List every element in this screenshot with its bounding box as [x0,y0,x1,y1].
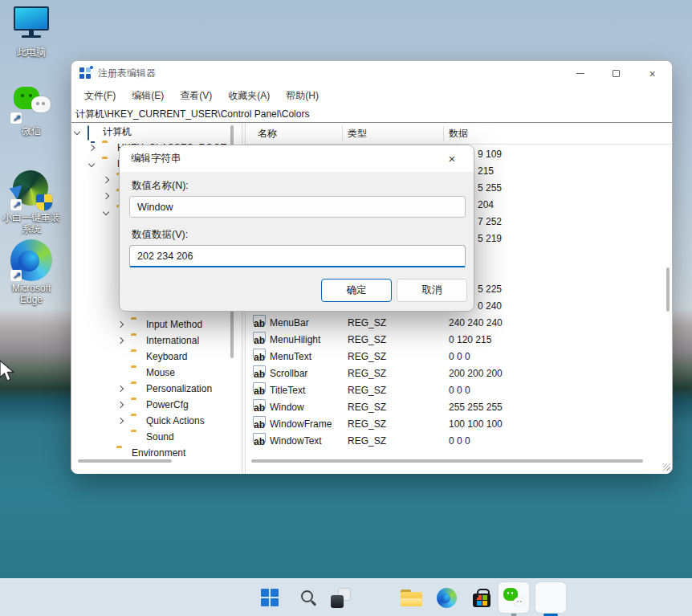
taskbar-regedit-button[interactable] [535,582,566,613]
desktop-icon-edge[interactable]: ↗Microsoft Edge [0,241,63,305]
chevron-right-icon[interactable] [117,337,124,344]
minimize-button[interactable] [562,61,598,86]
column-separator[interactable] [443,126,444,141]
regedit-app-icon [79,67,92,80]
dialog-close-icon[interactable]: × [442,152,462,165]
value-name-label: 数值名称(N): [132,179,189,193]
tree-item-personalization[interactable]: Personalization [71,381,242,397]
tree-item-international[interactable]: International [71,332,242,349]
resize-grip[interactable] [663,463,670,471]
title-bar[interactable]: 注册表编辑器 × [71,61,672,86]
menu-item-item[interactable]: 收藏夹(A) [220,89,278,103]
menu-item-item[interactable]: 文件(F) [76,89,124,103]
taskbar-widgets-button[interactable] [360,582,391,613]
chevron-right-icon[interactable] [103,177,109,183]
value-name: MenuText [270,349,311,365]
dialog-title: 编辑字符串 [131,152,442,165]
value-name: Window [270,399,304,416]
search-icon [301,590,313,602]
value-row-menuhilight[interactable]: abMenuHilightREG_SZ0 120 215 [246,332,672,349]
taskbar-store-button[interactable] [466,582,497,613]
tree-item-label: Mouse [146,365,175,381]
value-row-window[interactable]: abWindowREG_SZ255 255 255 [246,399,672,416]
taskbar-search-button[interactable] [290,582,320,613]
maximize-button[interactable] [598,61,634,86]
value-data-partial: 7 252 [478,214,502,230]
chevron-down-icon[interactable] [88,161,95,167]
menu-item-item[interactable]: 查看(V) [172,89,220,103]
desktop-icon-wechat[interactable]: ↗微信 [0,84,63,137]
edge-icon: ↗ [10,241,52,279]
taskbar-wechat-button[interactable] [499,582,529,613]
window-controls: × [562,61,670,86]
value-row-menubar[interactable]: abMenuBarREG_SZ240 240 240 [246,315,672,332]
value-row-windowtext[interactable]: abWindowTextREG_SZ0 0 0 [246,433,672,450]
tree-item-environment[interactable]: Environment [71,445,242,461]
tree-item-quick-actions[interactable]: Quick Actions [71,413,242,429]
chevron-right-icon[interactable] [117,402,124,408]
taskbar-start-button[interactable] [254,582,285,613]
value-name: Scrollbar [270,365,307,382]
tree-horizontal-scrollbar[interactable] [78,459,172,463]
chevron-right-icon[interactable] [117,418,124,424]
value-type: REG_SZ [348,382,386,399]
value-data-partial: 0 240 [478,298,502,315]
chevron-right-icon[interactable] [117,321,124,328]
tree-item-label: Quick Actions [146,413,205,429]
start-icon [261,589,279,606]
list-horizontal-scrollbar[interactable] [251,459,643,463]
task-view-icon [331,588,351,608]
value-type: REG_SZ [348,399,386,416]
taskbar-edge-button[interactable] [431,582,462,613]
close-button[interactable]: × [634,61,670,86]
value-row-windowframe[interactable]: abWindowFrameREG_SZ100 100 100 [246,416,672,433]
tree-item-input-method[interactable]: Input Method [71,316,242,332]
dialog-title-bar[interactable]: 编辑字符串 × [120,145,474,172]
tree-item-powercfg[interactable]: PowerCfg [71,397,242,413]
list-vertical-scrollbar[interactable] [666,267,670,312]
string-value-icon: ab [253,349,266,358]
taskbar-task-view-button[interactable] [325,582,356,613]
value-type: REG_SZ [348,315,386,332]
value-row-titletext[interactable]: abTitleTextREG_SZ0 0 0 [246,382,672,399]
chevron-right-icon[interactable] [103,193,109,199]
tree-item-sound[interactable]: Sound [71,429,242,445]
menu-item-item[interactable]: 编辑(E) [124,89,172,103]
value-name: WindowFrame [270,416,332,433]
cancel-button[interactable]: 取消 [397,279,467,302]
taskbar-file-explorer-button[interactable] [396,582,426,613]
shortcut-arrow-icon: ↗ [10,199,22,210]
address-bar[interactable]: 计算机\HKEY_CURRENT_USER\Control Panel\Colo… [71,106,672,123]
desktop-icon-xiaobai[interactable]: ↗小白一键重装系统 [0,170,63,235]
tree-item-mouse[interactable]: Mouse [71,365,242,381]
ok-button[interactable]: 确定 [321,279,392,302]
menu-bar: 文件(F)编辑(E)查看(V)收藏夹(A)帮助(H) [71,86,672,106]
value-row-menutext[interactable]: abMenuTextREG_SZ0 0 0 [246,349,672,365]
menu-item-item[interactable]: 帮助(H) [278,89,327,103]
value-data: 0 0 0 [449,382,470,399]
string-value-icon: ab [253,332,266,341]
column-separator[interactable] [342,126,343,141]
column-header-item[interactable]: 名称 [258,123,277,145]
tree-item-item[interactable]: 计算机 [71,124,242,140]
chevron-down-icon[interactable] [103,209,109,215]
column-header-item[interactable]: 数据 [449,123,468,145]
chevron-right-icon[interactable] [88,145,95,151]
chevron-down-icon[interactable] [74,129,80,135]
string-value-icon: ab [253,399,266,409]
column-header-item[interactable]: 类型 [348,123,367,145]
store-icon [473,594,491,607]
value-data-input[interactable] [129,245,466,267]
string-value-icon: ab [253,365,266,375]
tree-item-label: Sound [146,429,174,445]
value-data: 0 0 0 [449,349,470,365]
chevron-right-icon[interactable] [117,386,124,392]
desktop-icon-this-pc[interactable]: 此电脑 [0,5,63,58]
tree-item-keyboard[interactable]: Keyboard [71,349,242,365]
mouse-cursor [0,360,14,382]
value-name-input[interactable] [129,196,466,218]
value-name: TitleText [270,382,305,399]
tree-item-label: PowerCfg [146,397,189,413]
file-explorer-icon [401,589,422,606]
value-row-scrollbar[interactable]: abScrollbarREG_SZ200 200 200 [246,365,672,382]
